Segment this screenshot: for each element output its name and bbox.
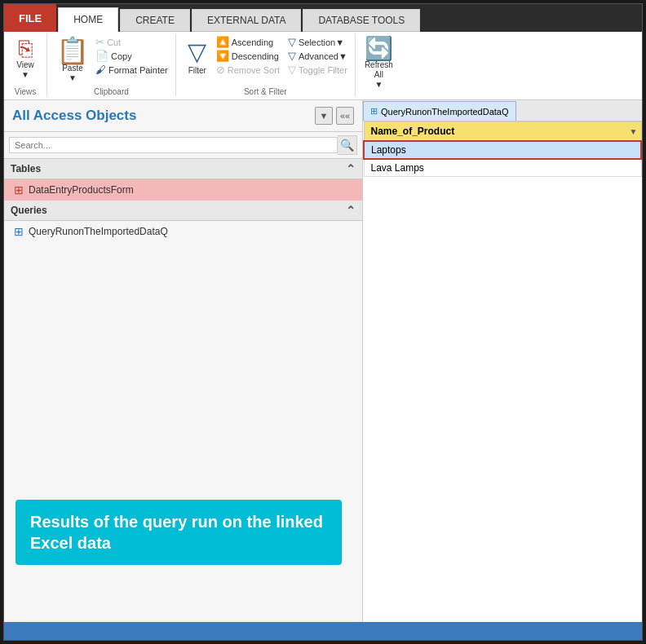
descending-label: Descending (232, 51, 279, 61)
views-group-label: Views (9, 87, 42, 96)
search-button[interactable]: 🔍 (338, 135, 357, 155)
selection-button[interactable]: ▽ Selection ▼ (285, 35, 350, 49)
ascending-icon: 🔼 (216, 36, 229, 48)
form-icon: ⊞ (14, 183, 24, 196)
cut-button[interactable]: ✂ Cut (93, 35, 170, 49)
query-tab-bar: ⊞ QueryRunonTheImportedDataQ (363, 100, 642, 121)
cut-icon: ✂ (95, 36, 104, 48)
tab-file[interactable]: FILE (4, 4, 56, 32)
descending-button[interactable]: 🔽 Descending (214, 49, 282, 63)
clipboard-group-label: Clipboard (52, 87, 170, 96)
nav-menu-icon[interactable]: ▼ (315, 107, 333, 125)
selection-dropdown-icon: ▼ (335, 37, 344, 47)
paste-label: Paste (62, 64, 83, 73)
nav-panel-bottom: Results of the query run on the linked E… (4, 242, 362, 622)
tab-bar: FILE HOME CREATE EXTERNAL DATA DATABASE … (4, 4, 642, 32)
tab-database-tools[interactable]: DATABASE TOOLS (303, 9, 420, 32)
query-table: Name_of_Product ▼ LaptopsLava Lamps (363, 121, 642, 177)
ribbon: ⎘ View ▼ Views 📋 Paste ▼ ✂ Cut (4, 32, 642, 100)
tab-external-data[interactable]: EXTERNAL DATA (192, 9, 301, 32)
toggle-filter-button[interactable]: ▽ Toggle Filter (285, 63, 350, 77)
format-painter-label: Format Painter (108, 65, 168, 75)
ascending-button[interactable]: 🔼 Ascending (214, 35, 282, 49)
tables-section-header[interactable]: Tables ⌃ (4, 159, 362, 179)
ascending-label: Ascending (232, 37, 273, 47)
remove-sort-button[interactable]: ⊘ Remove Sort (214, 63, 282, 77)
paste-dropdown-icon: ▼ (69, 73, 77, 83)
query-icon: ⊞ (14, 225, 24, 238)
copy-button[interactable]: 📄 Copy (93, 49, 170, 63)
format-painter-button[interactable]: 🖌 Format Painter (93, 63, 170, 77)
nav-item-dataentry[interactable]: ⊞ DataEntryProductsForm (4, 179, 362, 201)
cut-label: Cut (107, 37, 121, 47)
annotation-text: Results of the query run on the linked E… (30, 511, 327, 554)
copy-icon: 📄 (95, 50, 108, 62)
paste-button[interactable]: 📋 Paste ▼ (52, 35, 93, 86)
nav-item-query-label: QueryRunonTheImportedDataQ (29, 226, 168, 237)
paste-icon: 📋 (56, 37, 89, 64)
ribbon-refresh-group: 🔄 Refresh All ▼ (356, 33, 402, 96)
sort-filter-group-label: Sort & Filter (181, 87, 350, 96)
refresh-dropdown-icon: ▼ (374, 80, 383, 90)
sort-dropdown-icon: ▼ (630, 127, 638, 136)
search-input[interactable] (9, 137, 338, 153)
query-tab-label: QueryRunonTheImportedDataQ (381, 107, 509, 117)
remove-sort-icon: ⊘ (216, 64, 225, 76)
nav-item-query[interactable]: ⊞ QueryRunonTheImportedDataQ (4, 221, 362, 242)
view-dropdown-icon: ▼ (21, 70, 29, 80)
main-content: All Access Objects ▼ «« 🔍 Tables ⌃ ⊞ Dat… (4, 100, 642, 622)
nav-title: All Access Objects (12, 108, 136, 124)
queries-section-title: Queries (11, 205, 47, 216)
filter-label: Filter (188, 66, 206, 76)
query-panel: ⊞ QueryRunonTheImportedDataQ Name_of_Pro… (363, 100, 642, 622)
ribbon-sort-filter-group: ▽ Filter 🔼 Ascending 🔽 Descending ⊘ Remo… (176, 33, 356, 96)
table-row[interactable]: Laptops (364, 141, 641, 159)
filter-btns-col: ▽ Selection ▼ ▽ Advanced ▼ ▽ Toggle Filt… (285, 35, 350, 77)
refresh-all-label: All (374, 70, 383, 80)
ribbon-views-group: ⎘ View ▼ Views (4, 33, 47, 96)
filter-button[interactable]: ▽ Filter (181, 35, 214, 78)
refresh-icon: 🔄 (365, 37, 393, 60)
tables-section-title: Tables (11, 163, 41, 174)
nav-item-dataentry-label: DataEntryProductsForm (29, 184, 134, 196)
nav-search-bar: 🔍 (4, 132, 362, 159)
app-container: FILE HOME CREATE EXTERNAL DATA DATABASE … (3, 3, 643, 641)
annotation-box: Results of the query run on the linked E… (15, 500, 342, 565)
tab-create[interactable]: CREATE (120, 9, 190, 32)
column-header[interactable]: Name_of_Product ▼ (364, 122, 641, 142)
view-icon: ⎘ (19, 37, 33, 60)
nav-panel: All Access Objects ▼ «« 🔍 Tables ⌃ ⊞ Dat… (4, 100, 363, 622)
nav-header: All Access Objects ▼ «« (4, 100, 362, 132)
format-painter-icon: 🖌 (95, 64, 106, 76)
selection-icon: ▽ (288, 36, 296, 48)
advanced-dropdown-icon: ▼ (338, 51, 347, 61)
copy-label: Copy (111, 51, 132, 61)
query-tab-icon: ⊞ (370, 106, 378, 117)
advanced-label: Advanced (299, 51, 338, 61)
nav-header-icons: ▼ «« (315, 107, 354, 125)
descending-icon: 🔽 (216, 50, 229, 62)
refresh-button[interactable]: 🔄 Refresh All ▼ (361, 35, 397, 92)
status-bar (4, 622, 642, 640)
advanced-button[interactable]: ▽ Advanced ▼ (285, 49, 350, 63)
query-tab[interactable]: ⊞ QueryRunonTheImportedDataQ (363, 101, 516, 121)
filter-icon: ▽ (188, 37, 206, 66)
toggle-filter-label: Toggle Filter (299, 65, 347, 75)
queries-section-header[interactable]: Queries ⌃ (4, 201, 362, 221)
selection-label: Selection (299, 37, 335, 47)
queries-expand-icon: ⌃ (346, 204, 356, 217)
toggle-filter-icon: ▽ (288, 64, 296, 76)
tab-home[interactable]: HOME (58, 7, 118, 32)
view-label: View (16, 60, 34, 70)
query-grid: Name_of_Product ▼ LaptopsLava Lamps (363, 121, 642, 622)
refresh-label: Refresh (365, 60, 393, 70)
column-header-label: Name_of_Product (371, 126, 455, 137)
tables-expand-icon: ⌃ (346, 162, 356, 175)
advanced-icon: ▽ (288, 50, 296, 62)
nav-collapse-icon[interactable]: «« (336, 107, 354, 125)
view-button[interactable]: ⎘ View ▼ (9, 35, 42, 82)
table-row[interactable]: Lava Lamps (364, 159, 641, 177)
remove-sort-label: Remove Sort (228, 65, 280, 75)
ribbon-clipboard-group: 📋 Paste ▼ ✂ Cut 📄 Copy 🖌 Format (47, 33, 176, 96)
clipboard-small-btns: ✂ Cut 📄 Copy 🖌 Format Painter (93, 35, 170, 77)
